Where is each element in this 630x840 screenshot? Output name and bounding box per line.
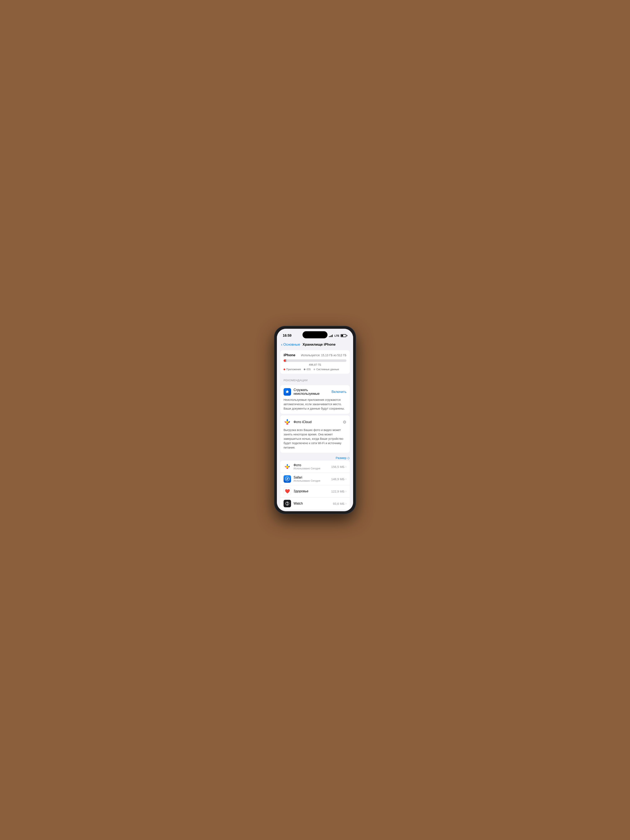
back-chevron-icon: ‹ xyxy=(281,342,283,347)
health-name: Здоровье xyxy=(294,489,329,493)
storage-bar xyxy=(284,359,346,362)
battery-icon xyxy=(341,334,347,337)
system-dot xyxy=(314,368,315,370)
content-area: ‹ Основные Хранилище iPhone iPhone Испол… xyxy=(277,339,353,511)
icloud-title: Фото iCloud xyxy=(294,420,340,424)
chevron-right-icon: › xyxy=(346,465,346,469)
chevron-right-icon: › xyxy=(346,477,346,481)
enable-button[interactable]: Включить xyxy=(332,390,346,394)
health-info: Здоровье xyxy=(294,489,329,493)
storage-card: iPhone Используется: 15,13 ГБ из 512 ГБ … xyxy=(280,350,350,374)
health-app-icon: ❤️ xyxy=(284,488,291,495)
legend-system: Системные данные xyxy=(314,368,339,371)
navigation-bar: ‹ Основные Хранилище iPhone xyxy=(277,339,353,349)
watch-app-icon xyxy=(284,500,291,507)
photos-icon xyxy=(284,418,291,426)
status-time: 16:59 xyxy=(283,333,292,338)
dynamic-island xyxy=(303,331,327,338)
watch-size: 93,6 МБ › xyxy=(333,502,346,505)
legend-apps-label: Приложения xyxy=(286,368,301,371)
offload-description: Неиспользуемые приложения сгружаются авт… xyxy=(284,398,346,411)
photos-size: 156,5 МБ › xyxy=(331,465,346,469)
icloud-header: Фото iCloud ⚙ xyxy=(284,418,346,426)
phone-frame: 16:59 LTE xyxy=(275,326,355,514)
safari-app-icon xyxy=(284,475,291,483)
svg-point-24 xyxy=(287,478,288,479)
signal-icon xyxy=(329,335,333,337)
appstore-icon: A xyxy=(284,388,291,396)
back-button[interactable]: ‹ Основные xyxy=(281,342,300,347)
legend-ios: iOS xyxy=(304,368,311,371)
safari-size: 148,9 МБ › xyxy=(331,477,346,481)
photos-name: Фото xyxy=(294,463,329,467)
status-icons: LTE xyxy=(329,334,347,337)
list-item[interactable]: Safari Использовано Сегодня 148,9 МБ › xyxy=(280,473,350,485)
chevron-right-icon: › xyxy=(346,489,346,493)
storage-used-label: Используется: 15,13 ГБ из 512 ГБ xyxy=(301,354,346,357)
svg-point-16 xyxy=(287,464,288,466)
storage-bar-system xyxy=(286,359,287,362)
back-label: Основные xyxy=(283,343,300,347)
legend-ios-label: iOS xyxy=(306,368,311,371)
safari-subtitle: Использовано Сегодня xyxy=(294,479,329,482)
icloud-description: Выгрузка всех Ваших фото и видео может з… xyxy=(284,428,346,450)
offload-header: A Сгружать неиспользуемые Включить xyxy=(284,388,346,396)
legend-system-label: Системные данные xyxy=(316,368,339,371)
legend-apps: Приложения xyxy=(284,368,301,371)
watch-name: Watch xyxy=(294,502,330,505)
chevron-right-icon: › xyxy=(346,502,346,505)
loading-spinner-icon: ⚙ xyxy=(343,420,346,425)
storage-header: iPhone Используется: 15,13 ГБ из 512 ГБ xyxy=(284,353,346,357)
offload-card: A Сгружать неиспользуемые Включить Неисп… xyxy=(280,385,350,414)
watch-info: Watch xyxy=(294,502,330,505)
page-title: Хранилище iPhone xyxy=(303,343,335,347)
sort-container: Размер ◇ xyxy=(277,455,353,461)
recommendations-label: РЕКОМЕНДАЦИИ xyxy=(277,376,353,384)
svg-point-6 xyxy=(287,419,288,421)
photos-app-icon xyxy=(284,463,291,471)
offload-title: Сгружать неиспользуемые xyxy=(294,388,329,396)
svg-point-8 xyxy=(286,423,288,425)
list-item[interactable]: Фото Использовано Сегодня 156,5 МБ › xyxy=(280,461,350,473)
svg-point-18 xyxy=(286,468,288,469)
device-name: iPhone xyxy=(284,353,295,357)
storage-free-label: 496,87 ГБ xyxy=(284,363,346,366)
photos-info: Фото Использовано Сегодня xyxy=(294,463,329,470)
safari-name: Safari xyxy=(294,475,329,479)
storage-bar-apps xyxy=(284,359,286,362)
storage-legend: Приложения iOS Системные данные xyxy=(284,368,346,371)
safari-info: Safari Использовано Сегодня xyxy=(294,475,329,482)
list-item[interactable]: ❤️ Здоровье 122,9 МБ › xyxy=(280,485,350,497)
svg-text:A: A xyxy=(286,391,288,394)
apps-dot xyxy=(284,368,285,370)
svg-line-29 xyxy=(287,504,288,504)
app-list: Фото Использовано Сегодня 156,5 МБ › xyxy=(280,461,350,510)
photos-subtitle: Использовано Сегодня xyxy=(294,467,329,470)
health-size: 122,9 МБ › xyxy=(331,489,346,493)
phone-screen: 16:59 LTE xyxy=(277,329,353,511)
ios-dot xyxy=(304,368,305,370)
list-item[interactable]: Watch 93,6 МБ › xyxy=(280,497,350,510)
icloud-photos-card: Фото iCloud ⚙ Выгрузка всех Ваших фото и… xyxy=(280,415,350,453)
svg-rect-27 xyxy=(287,504,288,505)
network-label: LTE xyxy=(335,334,339,337)
sort-button[interactable]: Размер ◇ xyxy=(336,456,350,460)
